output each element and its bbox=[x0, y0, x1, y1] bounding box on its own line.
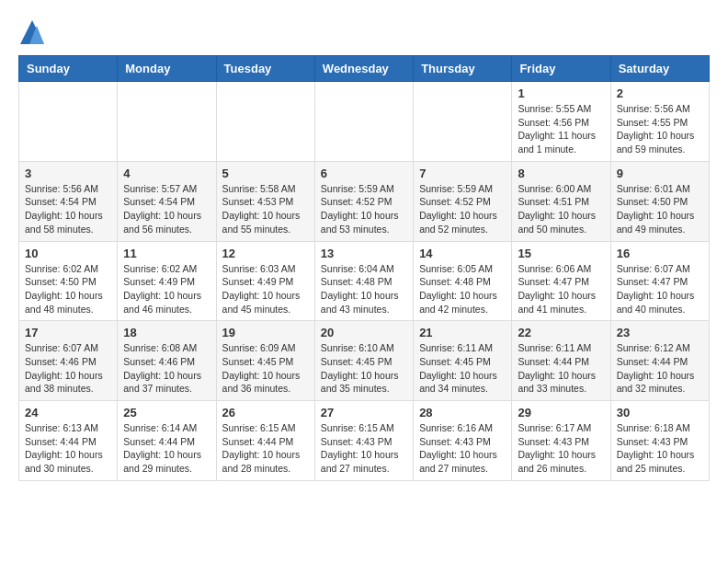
day-number: 12 bbox=[222, 247, 309, 260]
calendar-week-4: 17Sunrise: 6:07 AM Sunset: 4:46 PM Dayli… bbox=[19, 321, 710, 401]
day-info: Sunrise: 6:03 AM Sunset: 4:49 PM Dayligh… bbox=[222, 262, 309, 316]
calendar-cell: 9Sunrise: 6:01 AM Sunset: 4:50 PM Daylig… bbox=[610, 161, 709, 241]
day-number: 17 bbox=[25, 326, 111, 339]
day-header-wednesday: Wednesday bbox=[314, 56, 413, 82]
day-info: Sunrise: 5:57 AM Sunset: 4:54 PM Dayligh… bbox=[123, 182, 210, 236]
day-number: 24 bbox=[25, 406, 111, 419]
calendar-cell: 5Sunrise: 5:58 AM Sunset: 4:53 PM Daylig… bbox=[216, 161, 314, 241]
calendar-cell: 29Sunrise: 6:17 AM Sunset: 4:43 PM Dayli… bbox=[512, 401, 610, 481]
day-info: Sunrise: 6:04 AM Sunset: 4:48 PM Dayligh… bbox=[321, 262, 407, 316]
day-number: 16 bbox=[617, 247, 703, 260]
day-info: Sunrise: 5:56 AM Sunset: 4:55 PM Dayligh… bbox=[617, 102, 703, 156]
day-info: Sunrise: 5:59 AM Sunset: 4:52 PM Dayligh… bbox=[321, 182, 407, 236]
day-info: Sunrise: 6:09 AM Sunset: 4:45 PM Dayligh… bbox=[222, 341, 309, 396]
day-number: 18 bbox=[123, 326, 210, 339]
day-number: 6 bbox=[321, 167, 407, 180]
day-info: Sunrise: 6:15 AM Sunset: 4:43 PM Dayligh… bbox=[321, 421, 407, 476]
day-info: Sunrise: 6:05 AM Sunset: 4:48 PM Dayligh… bbox=[419, 262, 506, 316]
calendar-cell bbox=[216, 82, 314, 162]
day-info: Sunrise: 6:06 AM Sunset: 4:47 PM Dayligh… bbox=[518, 262, 604, 316]
day-info: Sunrise: 6:07 AM Sunset: 4:46 PM Dayligh… bbox=[25, 341, 111, 396]
day-info: Sunrise: 6:10 AM Sunset: 4:45 PM Dayligh… bbox=[321, 341, 407, 396]
day-number: 2 bbox=[617, 86, 703, 100]
day-number: 13 bbox=[321, 247, 407, 260]
calendar-cell: 3Sunrise: 5:56 AM Sunset: 4:54 PM Daylig… bbox=[19, 161, 118, 241]
calendar-cell: 20Sunrise: 6:10 AM Sunset: 4:45 PM Dayli… bbox=[314, 321, 413, 401]
calendar-cell bbox=[414, 82, 512, 162]
calendar-cell: 28Sunrise: 6:16 AM Sunset: 4:43 PM Dayli… bbox=[414, 401, 512, 481]
calendar-cell: 11Sunrise: 6:02 AM Sunset: 4:49 PM Dayli… bbox=[118, 241, 216, 321]
day-number: 23 bbox=[617, 326, 703, 339]
calendar-cell: 8Sunrise: 6:00 AM Sunset: 4:51 PM Daylig… bbox=[512, 161, 610, 241]
calendar-cell: 4Sunrise: 5:57 AM Sunset: 4:54 PM Daylig… bbox=[118, 161, 216, 241]
day-info: Sunrise: 6:00 AM Sunset: 4:51 PM Dayligh… bbox=[518, 182, 604, 236]
calendar-cell: 16Sunrise: 6:07 AM Sunset: 4:47 PM Dayli… bbox=[610, 241, 709, 321]
day-number: 11 bbox=[123, 247, 210, 260]
day-info: Sunrise: 6:14 AM Sunset: 4:44 PM Dayligh… bbox=[123, 421, 210, 476]
day-info: Sunrise: 6:01 AM Sunset: 4:50 PM Dayligh… bbox=[617, 182, 703, 236]
day-info: Sunrise: 6:18 AM Sunset: 4:43 PM Dayligh… bbox=[617, 421, 703, 476]
day-info: Sunrise: 6:17 AM Sunset: 4:43 PM Dayligh… bbox=[518, 421, 604, 476]
day-number: 21 bbox=[419, 326, 506, 339]
calendar-cell: 6Sunrise: 5:59 AM Sunset: 4:52 PM Daylig… bbox=[314, 161, 413, 241]
day-number: 15 bbox=[518, 247, 604, 260]
calendar-cell: 30Sunrise: 6:18 AM Sunset: 4:43 PM Dayli… bbox=[610, 401, 709, 481]
day-info: Sunrise: 5:55 AM Sunset: 4:56 PM Dayligh… bbox=[518, 102, 604, 156]
calendar-cell: 26Sunrise: 6:15 AM Sunset: 4:44 PM Dayli… bbox=[216, 401, 314, 481]
day-number: 30 bbox=[617, 406, 703, 419]
day-info: Sunrise: 5:59 AM Sunset: 4:52 PM Dayligh… bbox=[419, 182, 506, 236]
calendar-cell: 24Sunrise: 6:13 AM Sunset: 4:44 PM Dayli… bbox=[19, 401, 118, 481]
calendar-cell: 25Sunrise: 6:14 AM Sunset: 4:44 PM Dayli… bbox=[118, 401, 216, 481]
calendar-cell bbox=[19, 82, 118, 162]
day-info: Sunrise: 6:08 AM Sunset: 4:46 PM Dayligh… bbox=[123, 341, 210, 396]
calendar-cell: 10Sunrise: 6:02 AM Sunset: 4:50 PM Dayli… bbox=[19, 241, 118, 321]
day-header-thursday: Thursday bbox=[414, 56, 512, 82]
day-header-saturday: Saturday bbox=[610, 56, 709, 82]
day-number: 26 bbox=[222, 406, 309, 419]
day-number: 19 bbox=[222, 326, 309, 339]
calendar-week-5: 24Sunrise: 6:13 AM Sunset: 4:44 PM Dayli… bbox=[19, 401, 710, 481]
day-info: Sunrise: 6:11 AM Sunset: 4:44 PM Dayligh… bbox=[518, 341, 604, 396]
day-info: Sunrise: 6:11 AM Sunset: 4:45 PM Dayligh… bbox=[419, 341, 506, 396]
calendar-cell bbox=[314, 82, 413, 162]
day-header-sunday: Sunday bbox=[19, 56, 118, 82]
calendar: SundayMondayTuesdayWednesdayThursdayFrid… bbox=[18, 55, 710, 481]
calendar-week-1: 1Sunrise: 5:55 AM Sunset: 4:56 PM Daylig… bbox=[19, 82, 710, 162]
day-number: 10 bbox=[25, 247, 111, 260]
day-number: 20 bbox=[321, 326, 407, 339]
page-header bbox=[18, 18, 710, 46]
day-number: 29 bbox=[518, 406, 604, 419]
day-number: 7 bbox=[419, 167, 506, 180]
calendar-cell: 2Sunrise: 5:56 AM Sunset: 4:55 PM Daylig… bbox=[610, 82, 709, 162]
calendar-cell: 27Sunrise: 6:15 AM Sunset: 4:43 PM Dayli… bbox=[314, 401, 413, 481]
day-number: 25 bbox=[123, 406, 210, 419]
calendar-cell: 18Sunrise: 6:08 AM Sunset: 4:46 PM Dayli… bbox=[118, 321, 216, 401]
day-info: Sunrise: 6:07 AM Sunset: 4:47 PM Dayligh… bbox=[617, 262, 703, 316]
day-number: 1 bbox=[518, 86, 604, 100]
day-number: 4 bbox=[123, 167, 210, 180]
calendar-cell: 14Sunrise: 6:05 AM Sunset: 4:48 PM Dayli… bbox=[414, 241, 512, 321]
day-info: Sunrise: 6:12 AM Sunset: 4:44 PM Dayligh… bbox=[617, 341, 703, 396]
calendar-week-2: 3Sunrise: 5:56 AM Sunset: 4:54 PM Daylig… bbox=[19, 161, 710, 241]
day-header-friday: Friday bbox=[512, 56, 610, 82]
day-number: 22 bbox=[518, 326, 604, 339]
day-number: 14 bbox=[419, 247, 506, 260]
day-info: Sunrise: 5:58 AM Sunset: 4:53 PM Dayligh… bbox=[222, 182, 309, 236]
day-info: Sunrise: 6:13 AM Sunset: 4:44 PM Dayligh… bbox=[25, 421, 111, 476]
day-info: Sunrise: 6:15 AM Sunset: 4:44 PM Dayligh… bbox=[222, 421, 309, 476]
calendar-cell: 23Sunrise: 6:12 AM Sunset: 4:44 PM Dayli… bbox=[610, 321, 709, 401]
day-info: Sunrise: 6:16 AM Sunset: 4:43 PM Dayligh… bbox=[419, 421, 506, 476]
logo-icon bbox=[18, 18, 46, 46]
calendar-cell: 1Sunrise: 5:55 AM Sunset: 4:56 PM Daylig… bbox=[512, 82, 610, 162]
calendar-cell: 15Sunrise: 6:06 AM Sunset: 4:47 PM Dayli… bbox=[512, 241, 610, 321]
day-number: 27 bbox=[321, 406, 407, 419]
day-number: 5 bbox=[222, 167, 309, 180]
calendar-cell: 21Sunrise: 6:11 AM Sunset: 4:45 PM Dayli… bbox=[414, 321, 512, 401]
calendar-cell: 22Sunrise: 6:11 AM Sunset: 4:44 PM Dayli… bbox=[512, 321, 610, 401]
calendar-header-row: SundayMondayTuesdayWednesdayThursdayFrid… bbox=[19, 56, 710, 82]
calendar-cell: 12Sunrise: 6:03 AM Sunset: 4:49 PM Dayli… bbox=[216, 241, 314, 321]
day-number: 3 bbox=[25, 167, 111, 180]
day-number: 9 bbox=[617, 167, 703, 180]
day-number: 8 bbox=[518, 167, 604, 180]
day-info: Sunrise: 6:02 AM Sunset: 4:49 PM Dayligh… bbox=[123, 262, 210, 316]
